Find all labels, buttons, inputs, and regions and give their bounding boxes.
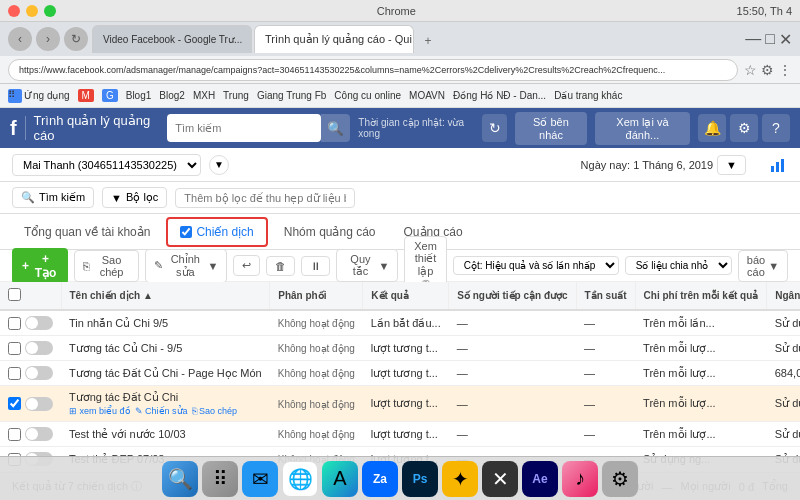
create-btn[interactable]: + + Tạo [12,248,68,284]
fb-search-btn[interactable]: 🔍 [321,114,350,142]
mac-dock: 🔍 ⠿ ✉ 🌐 A Za Ps ✦ ✕ Ae ♪ ⚙ [0,456,800,500]
dock-launchpad[interactable]: ⠿ [202,461,238,497]
edit-link[interactable]: ✎ Chiến sửa [135,406,188,416]
filter-btn[interactable]: ▼ Bộ lọc [102,187,167,208]
mac-min-btn[interactable] [26,5,38,17]
bookmark-blog1[interactable]: Blog1 [126,90,152,101]
row1-checkbox[interactable] [8,317,21,330]
bookmark-giang[interactable]: Giang Trung Fb [257,90,326,101]
tab-campaigns[interactable]: Chiến dịch [166,217,267,247]
trend-chart-icon[interactable] [770,156,788,174]
row2-toggle[interactable] [25,341,53,355]
col-budget[interactable]: Ngân sách [767,282,800,310]
search-btn[interactable]: 🔍 Tìm kiếm [12,187,94,208]
bookmark-g[interactable]: G [102,89,118,102]
side-btn[interactable]: Số bên nhác [515,112,587,145]
row2-budget: Sử dụng ng... [767,336,800,361]
dock-ae[interactable]: Ae [522,461,558,497]
row1-toggle[interactable] [25,316,53,330]
table-row[interactable]: Tương tác Đất Củ Chi ⊞ xem biểu đồ ✎ Chi… [0,386,800,422]
bookmark-more[interactable]: Dấu trang khác [554,90,622,101]
dock-mail[interactable]: ✉ [242,461,278,497]
bookmark-mxh[interactable]: MXH [193,90,215,101]
bookmark-moavn[interactable]: MOAVN [409,90,445,101]
bookmark-m[interactable]: M [78,89,94,102]
tab-adgroups[interactable]: Nhóm quảng cáo [272,219,388,245]
table-row[interactable]: Tin nhắn Củ Chi 9/5 Không hoạt động Lần … [0,310,800,336]
col-name[interactable]: Tên chiến dịch ▲ [61,282,270,310]
delete-btn[interactable]: 🗑 [266,256,295,276]
minimize-icon[interactable]: — [745,30,761,49]
row3-checkbox[interactable] [8,367,21,380]
row5-checkbox[interactable] [8,428,21,441]
tab-overview[interactable]: Tổng quan về tài khoản [12,219,162,245]
chrome-tab-1[interactable]: Video Facebook - Google Trư... [92,25,252,53]
row4-checkbox[interactable] [8,397,21,410]
col-cost[interactable]: Chi phí trên mỗi kết quả [635,282,767,310]
help-btn[interactable]: ? [762,114,790,142]
maximize-icon[interactable]: □ [765,30,775,49]
col-reach[interactable]: Số người tiếp cận được [449,282,576,310]
copy-btn[interactable]: ⎘ Sao chép [74,250,139,282]
dock-x[interactable]: ✕ [482,461,518,497]
mac-close-btn[interactable] [8,5,20,17]
url-input[interactable] [8,59,738,81]
select-all-checkbox[interactable] [8,288,21,301]
dock-chrome[interactable]: 🌐 [282,461,318,497]
dock-finder[interactable]: 🔍 [162,461,198,497]
campaign-tab-checkbox[interactable] [180,226,192,238]
bookmark-trung[interactable]: Trung [223,90,249,101]
row3-toggle[interactable] [25,366,53,380]
row3-budget: 684,000 đ [767,361,800,386]
extensions-icon[interactable]: ⚙ [761,62,774,78]
apps-bookmark[interactable]: ⠿ Ứng dụng [8,89,70,103]
fb-search-input[interactable] [167,114,321,142]
date-picker-btn[interactable]: ▼ [717,155,746,175]
col-select-all[interactable] [0,282,61,310]
dock-music[interactable]: ♪ [562,461,598,497]
back-btn[interactable]: ‹ [8,27,32,51]
bookmark-congcu[interactable]: Công cu online [334,90,401,101]
table-row[interactable]: Tương tác Đất Củ Chi - Page Học Món Khôn… [0,361,800,386]
forward-btn[interactable]: › [36,27,60,51]
refresh-btn[interactable]: ↻ [482,114,507,142]
report-btn[interactable]: báo cáo ▼ [738,250,788,282]
col-delivery[interactable]: Phân phối [270,282,363,310]
mac-max-btn[interactable] [44,5,56,17]
settings-btn[interactable]: ⚙ [730,114,758,142]
row5-toggle[interactable] [25,427,53,441]
pause-btn[interactable]: ⏸ [301,256,330,276]
row4-toggle[interactable] [25,397,53,411]
col-select[interactable]: Cột: Hiệu quả và số lần nhấp [453,256,619,275]
menu-icon[interactable]: ⋮ [778,62,792,78]
table-row[interactable]: Test thẻ với nước 10/03 Không hoạt động … [0,422,800,447]
col-result[interactable]: Kết quả [363,282,449,310]
view-btn[interactable]: Xem lại và đánh... [595,112,690,145]
data-select[interactable]: Số liệu chia nhỏ [625,256,732,275]
dock-sketch[interactable]: ✦ [442,461,478,497]
dock-zalo[interactable]: Za [362,461,398,497]
notifications-btn[interactable]: 🔔 [698,114,726,142]
dock-settings[interactable]: ⚙ [602,461,638,497]
bookmark-blog2[interactable]: Blog2 [159,90,185,101]
table-row[interactable]: Tương tác Củ Chi - 9/5 Không hoạt động l… [0,336,800,361]
edit-btn[interactable]: ✎ Chỉnh sửa ▼ [145,249,227,283]
new-tab-btn[interactable]: + [416,29,440,53]
bookmark-star-icon[interactable]: ☆ [744,62,757,78]
reload-btn[interactable]: ↻ [64,27,88,51]
close-window-icon[interactable]: ✕ [779,30,792,49]
bookmark-dongho1[interactable]: Đồng Hồ NĐ - Dan... [453,90,546,101]
dock-ps[interactable]: Ps [402,461,438,497]
row2-checkbox[interactable] [8,342,21,355]
rules-btn[interactable]: Quy tắc ▼ [336,249,398,282]
filter-input[interactable] [175,188,355,208]
col-freq[interactable]: Tần suất [576,282,635,310]
tab-2-label: Trình quản lý quảng cáo - Qui... [265,33,414,46]
dock-appstore[interactable]: A [322,461,358,497]
account-info-btn[interactable]: ▼ [209,155,229,175]
chrome-tab-2[interactable]: Trình quản lý quảng cáo - Qui... ✕ [254,25,414,53]
copy-link[interactable]: ⎘ Sao chép [192,406,238,416]
account-select[interactable]: Mai Thanh (304651143530225) [12,154,201,176]
undo-btn[interactable]: ↩ [233,255,260,276]
view-chart-link[interactable]: ⊞ xem biểu đồ [69,406,131,416]
